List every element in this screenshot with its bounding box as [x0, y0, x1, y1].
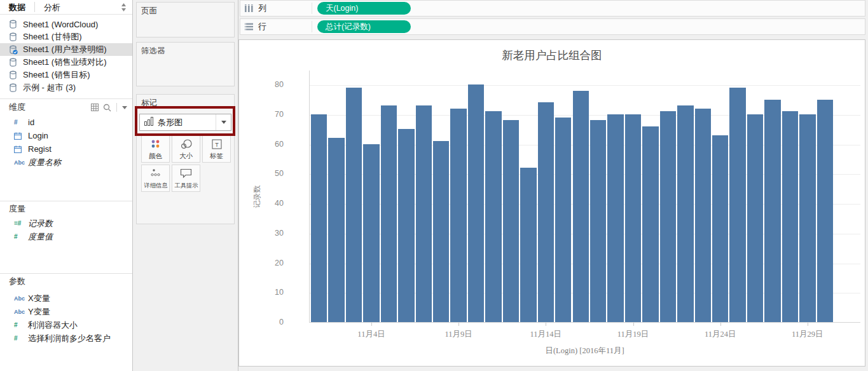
mark-type-dropdown[interactable]: 条形图 — [139, 114, 231, 131]
datasource-item[interactable]: Sheet1 (销售目标) — [0, 69, 132, 81]
bar[interactable] — [695, 109, 711, 322]
bar[interactable] — [520, 168, 536, 322]
plot-area — [309, 71, 860, 323]
view-data-grid-icon[interactable] — [91, 104, 99, 111]
chart-title: 新老用户占比组合图 — [239, 48, 865, 63]
parameter-field[interactable]: AbcY变量 — [0, 305, 132, 318]
bar[interactable] — [607, 114, 623, 322]
bar[interactable] — [747, 114, 763, 322]
bar[interactable] — [468, 84, 484, 322]
pages-card[interactable]: 页面 — [136, 2, 235, 37]
rows-shelf[interactable]: 行 总计(记录数) — [240, 18, 865, 35]
field-label: 记录数 — [28, 218, 53, 229]
bar[interactable] — [538, 102, 554, 322]
search-icon[interactable] — [103, 104, 111, 112]
data-pane: 数据 分析 Sheet1 (WordCloud)Sheet1 (甘特图)Shee… — [0, 0, 133, 371]
datasource-item[interactable]: Sheet1 (WordCloud) — [0, 18, 132, 30]
tab-data[interactable]: 数据 — [0, 0, 34, 15]
bar[interactable] — [642, 126, 658, 322]
columns-label: 列 — [258, 3, 312, 14]
label-button[interactable]: T标签 — [202, 135, 231, 163]
size-button[interactable]: 大小 — [172, 135, 200, 163]
x-tick-mark — [458, 323, 459, 326]
bar[interactable] — [381, 105, 397, 322]
x-tick-label: 11月9日 — [432, 329, 485, 340]
database-icon — [9, 58, 18, 67]
y-tick-label: 50 — [252, 169, 284, 178]
filters-card[interactable]: 筛选器 — [136, 42, 235, 86]
bar[interactable] — [503, 120, 519, 322]
pane-sort-icon[interactable] — [120, 3, 127, 13]
abc-icon: Abc — [14, 309, 28, 315]
bar[interactable] — [363, 144, 379, 322]
dimension-field[interactable]: Regist — [0, 142, 132, 156]
calendar-icon — [14, 132, 28, 140]
dimension-field[interactable]: Abc度量名称 — [0, 156, 132, 169]
bar[interactable] — [764, 100, 780, 322]
measures-label: 度量 — [9, 203, 25, 215]
dimension-field[interactable]: #id — [0, 116, 132, 129]
y-tick-label: 20 — [252, 259, 284, 267]
datasource-label: Sheet1 (甘特图) — [23, 31, 81, 43]
field-label: 选择利润前多少名客户 — [28, 333, 111, 344]
y-tick-label: 40 — [252, 199, 284, 208]
bar[interactable] — [398, 129, 414, 322]
parameters-label: 参数 — [9, 276, 25, 287]
datasource-list: Sheet1 (WordCloud)Sheet1 (甘特图)Sheet1 (用户… — [0, 15, 132, 94]
datasource-label: Sheet1 (用户登录明细) — [23, 44, 106, 55]
parameter-field[interactable]: #利润容器大小 — [0, 318, 132, 332]
abc-icon: Abc — [14, 159, 28, 166]
dimensions-menu-caret-icon[interactable] — [122, 106, 127, 109]
dropdown-arrow[interactable] — [216, 114, 231, 130]
shelf-divider — [312, 3, 312, 14]
main-area: 列 天(Login) 行 总计(记录数) 新老用户占比组合图 记录数 01020… — [238, 0, 868, 371]
columns-icon — [245, 4, 253, 12]
dimension-field[interactable]: Login — [0, 129, 132, 142]
datasource-item[interactable]: 示例 - 超市 (3) — [0, 81, 132, 94]
x-tick-mark — [371, 323, 372, 326]
bar[interactable] — [555, 118, 571, 322]
datasource-item[interactable]: Sheet1 (甘特图) — [0, 30, 132, 43]
bar[interactable] — [677, 105, 693, 322]
bar[interactable] — [416, 105, 432, 322]
dimensions-header: 维度 — [0, 99, 132, 116]
worksheet: 新老用户占比组合图 记录数 01020304050607080 11月4日11月… — [238, 39, 865, 367]
dimensions-list: #idLoginRegistAbc度量名称 — [0, 116, 132, 169]
dimensions-label: 维度 — [9, 102, 25, 113]
detail-icon — [142, 165, 169, 181]
detail-button[interactable]: 详细信息 — [141, 165, 170, 192]
bar[interactable] — [782, 111, 798, 322]
bar[interactable] — [573, 91, 589, 322]
bar[interactable] — [590, 120, 606, 322]
bar[interactable] — [311, 114, 327, 322]
columns-shelf[interactable]: 列 天(Login) — [240, 0, 865, 17]
mark-type-value: 条形图 — [158, 117, 183, 128]
field-pill[interactable]: 总计(记录数) — [317, 20, 411, 33]
bar[interactable] — [817, 100, 833, 322]
bar[interactable] — [450, 109, 466, 322]
color-button[interactable]: 颜色 — [141, 135, 170, 163]
bar[interactable] — [729, 88, 745, 322]
tooltip-button[interactable]: 工具提示 — [172, 165, 200, 192]
bar[interactable] — [328, 138, 344, 322]
filters-label: 筛选器 — [141, 46, 165, 55]
measure-field[interactable]: #度量值 — [0, 230, 132, 243]
measure-field[interactable]: =#记录数 — [0, 217, 132, 230]
bar[interactable] — [485, 111, 501, 322]
parameter-field[interactable]: #选择利润前多少名客户 — [0, 332, 132, 345]
bar[interactable] — [799, 114, 815, 322]
bar[interactable] — [712, 135, 728, 322]
datasource-item[interactable]: Sheet1 (销售业绩对比) — [0, 56, 132, 69]
bar[interactable] — [346, 88, 362, 322]
datasource-item[interactable]: Sheet1 (用户登录明细) — [0, 43, 132, 56]
x-tick-mark — [633, 323, 634, 326]
bar[interactable] — [625, 114, 641, 322]
bar[interactable] — [660, 111, 676, 322]
database-icon — [9, 83, 18, 93]
parameter-field[interactable]: AbcX变量 — [0, 292, 132, 305]
tab-analytics[interactable]: 分析 — [35, 0, 69, 15]
field-label: Y变量 — [28, 306, 50, 318]
bar[interactable] — [433, 141, 449, 322]
field-pill[interactable]: 天(Login) — [317, 2, 411, 15]
parameters-list: AbcX变量AbcY变量#利润容器大小#选择利润前多少名客户 — [0, 289, 132, 345]
